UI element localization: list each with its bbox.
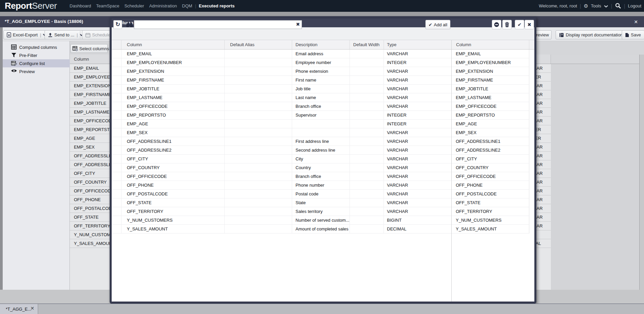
sidebar-item-computed-columns[interactable]: Computed columns [3, 43, 70, 51]
table-row[interactable]: EMP_EXTENSION Phone extension VARCHAR [112, 67, 451, 76]
list-item[interactable]: OFF_CITY [451, 155, 529, 163]
list-item[interactable]: OFF_POSTALCODE [451, 190, 529, 198]
table-row[interactable]: OFF_PHONE Phone number VARCHAR [112, 181, 451, 190]
list-item[interactable]: EMP_SEX [451, 128, 529, 137]
menu-item[interactable]: TeamSpace [96, 3, 119, 8]
list-item[interactable]: EMP_EMPLOYEENUMBER [451, 58, 529, 67]
table-row[interactable]: OFF_OFFICECODE Branch office VARCHAR [112, 172, 451, 181]
list-item[interactable]: EMP_EXTENSION [451, 67, 529, 76]
table-row[interactable]: OFF_ADDRESSLINE2 Second address line VAR… [112, 146, 451, 155]
menu-item[interactable]: Administration [149, 3, 177, 8]
table-row[interactable]: EMP_JOBTITLE Job title VARCHAR [112, 85, 451, 93]
chevron-down-icon[interactable] [604, 5, 608, 8]
menu-item[interactable]: DQM [182, 3, 192, 8]
clear-search-icon[interactable]: ✖ [296, 22, 300, 27]
table-row[interactable]: OFF_STATE State VARCHAR [112, 198, 451, 207]
dialog-table-header: Column Default Alias Description Default… [112, 40, 534, 50]
list-item[interactable]: EMP_AGE [451, 120, 529, 128]
cancel-button[interactable]: ✖ [525, 20, 534, 29]
excel-export-button[interactable]: Excel-Export | [3, 30, 50, 39]
list-item[interactable]: OFF_OFFICECODE [451, 172, 529, 181]
table-row[interactable]: OFF_POSTALCODE Postal code VARCHAR [112, 190, 451, 198]
list-item[interactable]: EMP_REPORTSTO [451, 111, 529, 120]
vertical-scrollbar[interactable] [639, 55, 644, 290]
tab-t-agg-employee[interactable]: *T_AGG_E... ✕ [0, 304, 38, 314]
refresh-button[interactable]: ↻ [113, 20, 122, 29]
table-row[interactable]: EMP_FIRSTNAME First name VARCHAR [112, 76, 451, 85]
list-item[interactable]: OFF_TERRITORY [451, 207, 529, 216]
table-row[interactable]: EMP_EMPLOYEENUMBER Employee number INTEG… [112, 58, 451, 67]
header-type[interactable]: Type [384, 40, 451, 49]
add-all-button[interactable]: ✔ Add all [425, 20, 450, 29]
cell-default-alias [225, 102, 292, 111]
cell-default-alias [225, 50, 292, 58]
table-row[interactable]: EMP_EMAIL Email address VARCHAR [112, 50, 451, 58]
menu-item-executed-reports[interactable]: Executed reports [199, 3, 234, 8]
list-item[interactable]: OFF_ADDRESSLINE1 [451, 137, 529, 146]
remove-selected-button[interactable] [492, 20, 501, 29]
table-row[interactable]: EMP_REPORTSTO Supervisor INTEGER [112, 111, 451, 120]
list-item[interactable]: EMP_EMAIL [451, 50, 529, 58]
row-handle [112, 181, 121, 189]
list-item[interactable]: OFF_PHONE [451, 181, 529, 190]
window-close-icon[interactable]: ✕ [633, 19, 639, 25]
sidebar-item-pre-filter[interactable]: Pre-Filter [3, 51, 70, 59]
header-default-width[interactable]: Default Width [350, 40, 384, 49]
cell-column: EMP_LASTNAME [121, 93, 225, 102]
row-handle [112, 111, 121, 119]
table-row[interactable]: OFF_CITY City VARCHAR [112, 155, 451, 163]
sidebar-item-preview[interactable]: Preview [3, 67, 70, 75]
sidebar-item-configure-list[interactable]: Configure list [3, 59, 70, 67]
list-item[interactable]: EMP_OFFICECODE [451, 102, 529, 111]
table-row[interactable]: EMP_AGE INTEGER [112, 120, 451, 128]
tools-menu[interactable]: Tools [591, 3, 601, 8]
cell-column: OFF_ADDRESSLINE2 [121, 146, 225, 154]
row-handle [112, 198, 121, 207]
search-icon[interactable] [615, 3, 621, 9]
search-input[interactable] [134, 20, 302, 29]
list-item[interactable]: OFF_COUNTRY [451, 163, 529, 172]
header-description[interactable]: Description [292, 40, 350, 49]
select-columns-button[interactable]: Select columns [71, 44, 108, 53]
cell-description: Postal code [292, 190, 350, 198]
header-column[interactable]: Column [121, 40, 225, 49]
reportserver-logo[interactable]: ReportServer [5, 1, 57, 11]
list-item[interactable]: Y_NUM_CUSTOMERS [451, 216, 529, 225]
list-item[interactable]: OFF_STATE [451, 198, 529, 207]
table-row[interactable]: Y_SALES_AMOUNT Amount of completed sales… [112, 225, 451, 233]
cell-default-width [350, 67, 384, 75]
background-grid-filler [551, 64, 639, 290]
list-item[interactable]: EMP_JOBTITLE [451, 85, 529, 93]
table-row[interactable]: EMP_LASTNAME Last name VARCHAR [112, 93, 451, 102]
table-row[interactable]: EMP_OFFICECODE Branch office VARCHAR [112, 102, 451, 111]
panel-divider [451, 40, 452, 302]
cell-default-width [350, 85, 384, 93]
cell-default-alias [225, 225, 292, 233]
menu-item[interactable]: Scheduler [124, 3, 144, 8]
header-selected-column[interactable]: Column [451, 40, 529, 49]
gear-icon[interactable]: ⚙ [584, 3, 588, 8]
cell-column: OFF_POSTALCODE [121, 190, 225, 198]
save-button[interactable]: Save [622, 30, 644, 39]
table-row[interactable]: Y_NUM_CUSTOMERS Number of served custom.… [112, 216, 451, 225]
display-report-documentation-button[interactable]: Display report documentation [556, 30, 626, 39]
table-row[interactable]: OFF_ADDRESSLINE1 First address line VARC… [112, 137, 451, 146]
table-row[interactable]: OFF_TERRITORY Sales territory VARCHAR [112, 207, 451, 216]
schedule-button[interactable]: Schedule [82, 30, 114, 39]
cell-description: State [292, 198, 350, 207]
configure-list-icon [11, 61, 17, 66]
table-row[interactable]: EMP_SEX VARCHAR [112, 128, 451, 137]
confirm-button[interactable]: ✔ [515, 20, 524, 29]
list-item[interactable]: EMP_LASTNAME [451, 93, 529, 102]
sidebar: Computed columns Pre-Filter Configure li… [3, 41, 70, 290]
menu-item[interactable]: Dashboard [69, 3, 91, 8]
list-item[interactable]: EMP_FIRSTNAME [451, 76, 529, 85]
row-handle [112, 163, 121, 172]
table-row[interactable]: OFF_COUNTRY Country VARCHAR [112, 163, 451, 172]
header-default-alias[interactable]: Default Alias [225, 40, 292, 49]
tab-close-icon[interactable]: ✕ [30, 306, 34, 311]
list-item[interactable]: OFF_ADDRESSLINE2 [451, 146, 529, 155]
list-item[interactable]: Y_SALES_AMOUNT [451, 225, 529, 233]
logout-link[interactable]: Logout [628, 3, 641, 8]
delete-button[interactable] [502, 20, 512, 29]
